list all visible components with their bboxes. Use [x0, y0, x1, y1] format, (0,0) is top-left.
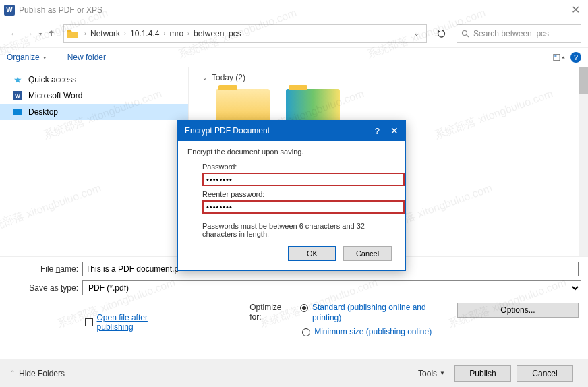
- sidebar-item-label: Desktop: [28, 107, 58, 117]
- address-dropdown[interactable]: ⌄: [410, 30, 423, 37]
- group-label: Today (2): [212, 73, 245, 82]
- search-placeholder: Search between_pcs: [473, 29, 549, 38]
- filename-label: File name:: [7, 264, 82, 274]
- svg-rect-3: [554, 54, 560, 60]
- sidebar-item-label: Microsoft Word: [28, 91, 82, 100]
- optimize-standard-label: Standard (publishing online and printing…: [312, 303, 450, 323]
- encrypt-pdf-dialog: Encrypt PDF Document ? ✕ Encrypt the doc…: [177, 120, 406, 271]
- scrollbar[interactable]: [579, 67, 588, 256]
- dialog-help-button[interactable]: ?: [375, 126, 380, 136]
- cancel-button[interactable]: Cancel: [517, 365, 573, 382]
- nav-arrows: ← → ▾: [7, 28, 58, 39]
- hide-folders-button[interactable]: ⌃ Hide Folders: [9, 369, 65, 378]
- dialog-ok-button[interactable]: OK: [288, 246, 336, 261]
- radio-standard[interactable]: [300, 304, 308, 312]
- checkbox-icon: [85, 318, 93, 326]
- svg-point-1: [463, 31, 467, 36]
- svg-line-2: [467, 35, 469, 37]
- dialog-intro: Encrypt the document upon saving.: [187, 148, 396, 156]
- sidebar: ★ Quick access W Microsoft Word Desktop: [0, 67, 189, 256]
- scrollbar-thumb[interactable]: [579, 67, 588, 94]
- svg-rect-0: [67, 30, 71, 32]
- password-hint: Passwords must be between 6 characters a…: [202, 222, 396, 238]
- reenter-password-label: Reenter password:: [202, 190, 396, 198]
- word-icon: W: [12, 90, 23, 101]
- open-after-publishing-checkbox[interactable]: Open file after publishing: [85, 303, 182, 341]
- nav-up-button[interactable]: [47, 28, 55, 39]
- titlebar: W Publish as PDF or XPS ✕: [0, 0, 588, 20]
- new-folder-button[interactable]: New folder: [67, 53, 106, 62]
- nav-back-button[interactable]: ←: [9, 28, 19, 39]
- star-icon: ★: [12, 74, 23, 85]
- organize-menu[interactable]: Organize ▼: [7, 53, 47, 62]
- path-seg-mro[interactable]: mro: [167, 29, 186, 38]
- password-label: Password:: [202, 162, 396, 171]
- address-bar[interactable]: › Network › 10.1.4.4 › mro › between_pcs…: [63, 24, 427, 43]
- sidebar-item-desktop[interactable]: Desktop: [0, 104, 188, 120]
- folder-icon: [67, 28, 79, 39]
- sidebar-item-label: Quick access: [28, 75, 76, 84]
- path-seg-network[interactable]: Network: [88, 29, 123, 38]
- optimize-label: Optimize for:: [249, 303, 293, 322]
- sidebar-item-quick-access[interactable]: ★ Quick access: [0, 71, 188, 88]
- path-sep: ›: [83, 30, 88, 37]
- view-menu-button[interactable]: [553, 51, 566, 63]
- optimize-minimum-label: Minimum size (publishing online): [314, 327, 432, 337]
- path-seg-current[interactable]: between_pcs: [191, 29, 244, 38]
- word-app-icon: W: [4, 5, 15, 16]
- hide-folders-label: Hide Folders: [19, 369, 65, 378]
- chevron-up-icon: ⌃: [9, 369, 15, 377]
- nav-row: ← → ▾ › Network › 10.1.4.4 › mro › betwe…: [0, 20, 588, 47]
- organize-label: Organize: [7, 53, 40, 62]
- search-icon: [461, 30, 469, 38]
- dialog-titlebar: Encrypt PDF Document ? ✕: [178, 121, 405, 141]
- saveastype-label: Save as type:: [7, 283, 82, 293]
- nav-recent-dropdown[interactable]: ▾: [39, 31, 42, 37]
- path-seg-host[interactable]: 10.1.4.4: [127, 29, 162, 38]
- chevron-down-icon: ▼: [42, 55, 47, 60]
- radio-minimum[interactable]: [302, 328, 310, 336]
- desktop-icon: [12, 107, 23, 117]
- dialog-cancel-button[interactable]: Cancel: [343, 246, 392, 261]
- search-box[interactable]: Search between_pcs: [457, 24, 581, 43]
- help-button[interactable]: ?: [570, 52, 581, 63]
- nav-forward-button[interactable]: →: [24, 28, 34, 39]
- optimize-group: Optimize for: Standard (publishing onlin…: [249, 303, 450, 341]
- path-sep: ›: [186, 30, 191, 37]
- refresh-button[interactable]: [432, 24, 451, 43]
- window-close-button[interactable]: ✕: [567, 3, 584, 16]
- options-button[interactable]: Options...: [457, 303, 579, 318]
- path-sep: ›: [123, 30, 127, 37]
- dialog-title: Encrypt PDF Document: [185, 126, 270, 136]
- dialog-close-button[interactable]: ✕: [390, 125, 399, 136]
- toolbar: Organize ▼ New folder ?: [0, 47, 588, 67]
- group-header-today[interactable]: ⌄ Today (2): [202, 73, 575, 82]
- chevron-down-icon: ▼: [440, 370, 445, 376]
- sidebar-item-microsoft-word[interactable]: W Microsoft Word: [0, 88, 188, 104]
- tools-menu[interactable]: Tools ▼: [418, 369, 445, 378]
- bottom-bar: ⌃ Hide Folders Tools ▼ Publish Cancel: [0, 359, 588, 387]
- reenter-password-input[interactable]: [202, 200, 405, 214]
- path-sep: ›: [162, 30, 167, 37]
- publish-button[interactable]: Publish: [454, 365, 511, 382]
- password-input[interactable]: [202, 173, 405, 186]
- open-after-label: Open file after publishing: [97, 313, 183, 332]
- options-area: Open file after publishing Optimize for:…: [0, 297, 588, 347]
- dialog-body: Encrypt the document upon saving. Passwo…: [178, 141, 405, 270]
- svg-rect-4: [554, 55, 556, 57]
- window-title: Publish as PDF or XPS: [19, 5, 567, 15]
- tools-label: Tools: [418, 369, 437, 378]
- chevron-down-icon: ⌄: [202, 74, 208, 81]
- saveastype-select[interactable]: PDF (*.pdf): [82, 280, 581, 295]
